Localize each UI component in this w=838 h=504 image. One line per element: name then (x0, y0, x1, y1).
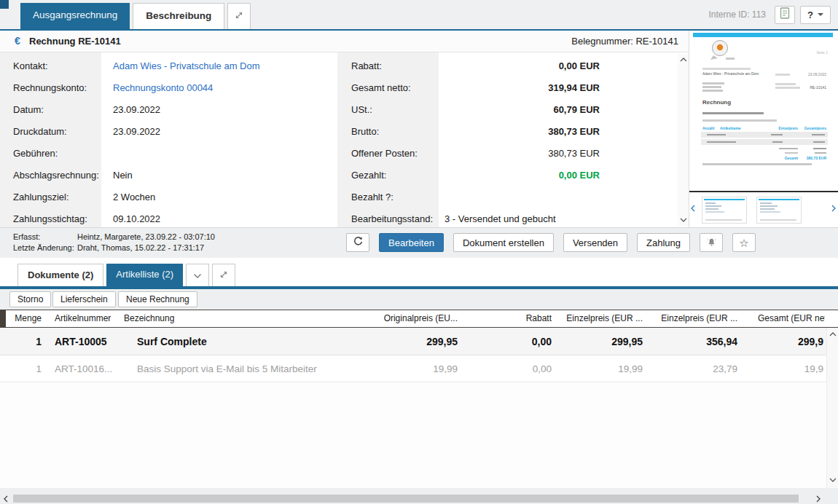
cell-artikelnummer: ART-10005 (55, 328, 135, 355)
dokument-erstellen-button[interactable]: Dokument erstellen (453, 233, 554, 252)
column-header-artikelnummer[interactable]: Artikelnummer (55, 310, 111, 327)
neue-rechnung-button[interactable]: Neue Rechnung (118, 291, 197, 307)
column-header-gesamt[interactable]: Gesamt (EUR net... (758, 310, 825, 327)
column-header-einzelpreis-1[interactable]: Einzelpreis (EUR ... (554, 310, 643, 327)
notification-button[interactable] (700, 233, 723, 252)
column-header-rabatt[interactable]: Rabatt (481, 310, 552, 327)
thumbnails-scroll-left-icon[interactable] (690, 205, 696, 211)
company-logo (708, 39, 739, 66)
lieferschein-button[interactable]: Lieferschein (52, 291, 116, 307)
preview-page-accent-bar (693, 33, 833, 37)
belegnummer-label: Belegnummer: RE-10141 (571, 36, 678, 47)
invoice-form: Kontakt: Adam Wies - Privatschule am Dom… (0, 52, 689, 227)
page-thumbnail[interactable] (702, 197, 747, 224)
tab-beschreibung[interactable]: Beschreibung (133, 3, 224, 29)
app-window: Ausgangsrechnung Beschreibung Interne ID… (0, 0, 838, 504)
article-table-body: 1 ART-10005 Surf Complete 299,95 0,00 29… (0, 328, 838, 488)
help-menu-button[interactable]: ? (800, 6, 831, 24)
preview-doc-number: RE-10141 (810, 85, 826, 90)
kontakt-link[interactable]: Adam Wies - Privatschule am Dom (113, 55, 260, 77)
cell-rabatt: 0,00 (481, 355, 552, 382)
preview-heading: Rechnung (702, 99, 731, 106)
form-scrollbar[interactable] (678, 54, 689, 226)
thumbnails-scroll-right-icon[interactable] (831, 205, 837, 211)
brutto-value: 380,73 EUR (439, 121, 600, 143)
rechnungskonto-link[interactable]: Rechnungskonto 00044 (113, 77, 213, 99)
scroll-down-icon[interactable] (679, 217, 687, 223)
preview-meta-label-line (775, 74, 790, 76)
preview-col-gesamtpreis: Gesamtpreis (804, 126, 826, 130)
table-row[interactable]: 1 ART-10016... Basis Support via E-Mail … (0, 355, 838, 382)
cell-bezeichnung: Surf Complete (137, 328, 356, 355)
preview-total-line (779, 148, 798, 149)
column-header-originalpreis[interactable]: Originalpreis (EU... (335, 310, 458, 327)
bearbeiten-button[interactable]: Bearbeiten (379, 233, 444, 252)
preview-item-row (701, 132, 828, 138)
column-header-bezeichnung[interactable]: Bezeichnung (124, 310, 174, 327)
table-row[interactable]: 1 ART-10005 Surf Complete 299,95 0,00 29… (0, 328, 838, 355)
page-thumbnail[interactable] (756, 197, 802, 224)
record-meta: Erfasst:Heintz, Margarete, 23.09.22 - 03… (13, 232, 215, 253)
cell-bezeichnung: Basis Support via E-Mail bis 5 Mitarbeit… (137, 355, 356, 382)
scroll-down-icon[interactable] (829, 477, 837, 483)
table-vertical-scrollbar[interactable] (826, 328, 838, 488)
cell-artikelnummer: ART-10016... (55, 355, 135, 382)
datum-value: 23.09.2022 (113, 99, 160, 121)
protocol-document-button[interactable] (775, 6, 795, 24)
field-label-gebuehren: Gebühren: (13, 143, 58, 165)
storno-button[interactable]: Storno (9, 291, 51, 307)
preview-col-anzahl: Anzahl (702, 126, 714, 130)
favorite-button[interactable]: ☆ (732, 233, 756, 252)
horizontal-scrollbar-thumb[interactable] (13, 495, 799, 503)
tab-artikelliste[interactable]: Artikelliste (2) (106, 264, 183, 286)
expand-subtabs-button[interactable] (212, 264, 235, 286)
scroll-left-icon[interactable] (2, 496, 9, 502)
preview-paragraph-line (702, 119, 777, 122)
cell-rabatt: 0,00 (481, 328, 552, 355)
cell-einzelpreis-2: 356,94 (649, 328, 737, 355)
record-header: € Rechnung RE-10141 Belegnummer: RE-1014… (0, 31, 689, 52)
tab-ausgangsrechnung[interactable]: Ausgangsrechnung (20, 3, 130, 29)
more-tabs-button[interactable] (186, 264, 209, 286)
preview-address-line (702, 86, 721, 88)
field-label-abschlagsrechnung: Abschlagsrechnung: (13, 165, 99, 186)
abschlagsrechnung-value: Nein (113, 165, 133, 186)
zahlung-button[interactable]: Zahlung (637, 233, 690, 252)
table-header-left-strip (0, 310, 6, 327)
help-icon: ? (807, 9, 813, 20)
caret-down-icon (818, 13, 823, 16)
column-header-menge[interactable]: Menge (13, 310, 42, 327)
article-table-header: Menge Artikelnummer Bezeichnung Original… (0, 310, 838, 328)
scroll-up-icon[interactable] (679, 57, 687, 63)
tab-dokumente[interactable]: Dokumente (2) (17, 264, 103, 286)
expand-tabs-button[interactable] (227, 3, 251, 29)
druckdatum-value: 23.09.2022 (113, 121, 160, 143)
resize-diagonal-icon (219, 265, 228, 286)
scroll-right-icon[interactable] (815, 496, 822, 502)
interne-id-label: Interne ID: 113 (709, 9, 767, 20)
preview-page-number: Seite 1 (816, 50, 828, 55)
preview-meta-label-line (775, 87, 800, 89)
preview-col-einzelpreis: Einzelpreis (779, 126, 798, 130)
versenden-button[interactable]: Versenden (563, 233, 627, 252)
field-label-gezahlt: Gezahlt: (351, 165, 386, 186)
article-list-toolbar: Storno Lieferschein Neue Rechnung (0, 289, 838, 310)
preview-address-line (702, 82, 724, 84)
horizontal-scrollbar[interactable] (0, 488, 838, 504)
top-right-controls: Interne ID: 113 ? (709, 0, 831, 29)
preview-sender-line (702, 68, 751, 70)
main-tabs: Ausgangsrechnung Beschreibung (20, 3, 251, 29)
preview-total-label: Gesamt (785, 156, 798, 160)
column-header-einzelpreis-2[interactable]: Einzelpreis (EUR ... (649, 310, 737, 327)
letzte-aenderung-value: Draht, Thomas, 15.02.22 - 17:31:17 (77, 243, 204, 252)
gezahlt-value: 0,00 EUR (439, 165, 600, 186)
action-buttons: Bearbeiten Dokument erstellen Versenden … (346, 233, 756, 252)
bezahlt-value (439, 186, 600, 208)
scroll-up-icon[interactable] (829, 331, 837, 337)
refresh-button[interactable] (346, 233, 369, 252)
field-label-brutto: Brutto: (351, 121, 379, 143)
cell-einzelpreis-2: 23,79 (649, 355, 737, 382)
document-preview-panel[interactable]: Seite 1 Adam Wies - Privatschule am Dom … (689, 31, 838, 227)
preview-paragraph-line (702, 112, 764, 114)
cell-gesamt: 299,9 (758, 328, 823, 355)
